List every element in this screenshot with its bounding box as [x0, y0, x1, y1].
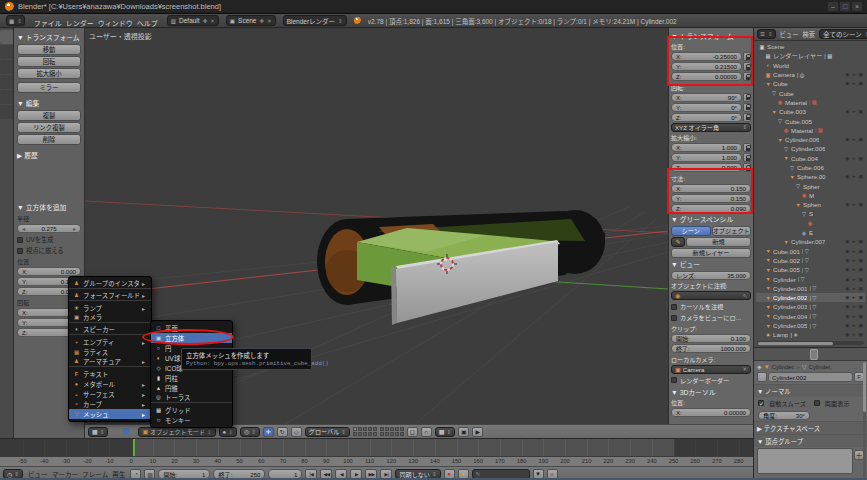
add-scene-icon[interactable]: ✚ [259, 18, 264, 24]
outliner-row[interactable]: ◉ [756, 219, 865, 228]
layer-toggle[interactable] [358, 432, 362, 436]
lock-icon[interactable] [743, 113, 751, 122]
snap-element-dropdown[interactable]: ▦⇕ [435, 427, 455, 437]
layers-grid-1[interactable] [353, 427, 377, 436]
cursor-x-field[interactable]: X:0.00000 [671, 408, 751, 417]
layer-toggle[interactable] [395, 432, 399, 436]
outliner-row[interactable]: ▼ Cylinder.005 | ▽ [756, 321, 865, 330]
properties-tab-icon[interactable] [828, 349, 836, 360]
shading-dropdown[interactable]: ●⇕ [219, 427, 237, 437]
add-menu-item[interactable]: ♟ フォースフィールド [69, 291, 151, 301]
outliner-row[interactable]: ◉ Material | ▦ [756, 126, 865, 135]
gp-new-layer-button[interactable]: 新規レイヤー [671, 248, 751, 258]
panel-header-add-cube[interactable]: ▼ 立方体を追加 [17, 202, 81, 212]
screen-layout-selector[interactable]: ▥ Default ✚ ✕ [167, 15, 219, 26]
snap-magnet-icon[interactable]: ∩ [421, 427, 432, 437]
outliner-row[interactable]: ▼ Cube.002 | ▽ [756, 256, 865, 265]
outliner-row[interactable]: ▣ Scene [756, 42, 865, 51]
close-layout-icon[interactable]: ✕ [210, 18, 215, 24]
outliner-row[interactable]: ▼ Cube [756, 79, 865, 88]
panel-header-transform[interactable]: ▼ トランスフォーム [17, 32, 81, 42]
manipulator-rotate-button[interactable]: ↻ [277, 427, 288, 437]
close-button[interactable]: × [852, 2, 862, 11]
camera-to-view-checkbox[interactable] [671, 315, 677, 321]
vertex-group-list[interactable] [757, 448, 853, 474]
outliner-restrict-icons[interactable] [845, 277, 865, 282]
mesh-menu-item[interactable]: ▦ グリッド [151, 405, 232, 415]
timeline-tracks[interactable] [0, 439, 753, 456]
rotation-y-field[interactable]: Y:0° [671, 103, 742, 112]
outliner-row[interactable]: ▼ Cylinder.003 | ▽ [756, 302, 865, 311]
timeline-ruler[interactable]: -50-40-30-20-100102030405060708090100110… [0, 456, 753, 466]
lens-field[interactable]: レンズ:35.000 [671, 271, 751, 280]
pencil-icon[interactable]: ✎ [671, 237, 685, 247]
layer-toggle[interactable] [353, 427, 357, 431]
outliner-restrict-icons[interactable] [845, 72, 865, 77]
scene-selector[interactable]: ▣ Scene ✚ ✕ [226, 15, 276, 26]
datablock-name-field[interactable]: Cylinder.002 [768, 372, 853, 382]
properties-tab-icon[interactable] [810, 349, 818, 360]
info-menu-item[interactable]: ウィンドウ [96, 20, 135, 27]
properties-tab-icon[interactable] [783, 349, 791, 360]
transform-button[interactable]: 拡大縮小 [17, 68, 81, 79]
outliner-view-menu[interactable]: ビュー [780, 30, 799, 39]
toolshelf-tab[interactable] [0, 60, 13, 74]
scale-x-field[interactable]: X:1.000 [671, 143, 742, 152]
outliner-row[interactable]: ▤ レンダーレイヤー | ▤ [756, 51, 865, 60]
manipulator-translate-button[interactable]: ✛ [263, 427, 274, 437]
gp-object-button[interactable]: オブジェクト [712, 226, 752, 236]
outliner-row[interactable]: ▼ Cylinder.007 [756, 237, 865, 246]
layer-toggle[interactable] [358, 427, 362, 431]
scrollbar-thumb[interactable] [758, 342, 833, 345]
toolshelf-tab[interactable] [0, 45, 13, 59]
rotation-x-field[interactable]: X:90° [671, 93, 742, 102]
maximize-button[interactable]: □ [840, 2, 850, 11]
panel-header-3d-cursor[interactable]: ▼ 3Dカーソル [671, 387, 751, 397]
edit-button[interactable]: リンク複製 [17, 122, 81, 133]
info-menu-item[interactable]: ヘルプ [135, 20, 160, 27]
info-menu-item[interactable]: ファイル [32, 20, 64, 27]
add-menu-item[interactable]: ● メタボール [69, 379, 151, 389]
add-menu-item[interactable]: ♟ アーマチュア [69, 357, 151, 367]
outliner-hscrollbar[interactable] [757, 341, 864, 345]
panel-header-texture-space[interactable]: ▶ テクスチャスペース [754, 421, 867, 434]
pin-icon[interactable]: ◈ [757, 363, 762, 370]
align-checkbox-row[interactable]: 視点に揃える [17, 246, 81, 255]
panel-header-view[interactable]: ▼ ビュー [671, 259, 751, 269]
gp-scene-button[interactable]: シーン [671, 226, 711, 236]
outliner-search-menu[interactable]: 検索 [802, 30, 815, 39]
layer-toggle[interactable] [363, 432, 367, 436]
lock-icon[interactable] [743, 143, 751, 152]
outliner-row[interactable]: ▽ Cube [756, 88, 865, 97]
outliner-display-dropdown[interactable]: 全てのシーン⇕ [819, 29, 867, 39]
transform-button[interactable]: 回転 [17, 56, 81, 67]
local-camera-field[interactable]: ▣Camera✕ [671, 365, 751, 374]
layer-toggle[interactable] [353, 432, 357, 436]
outliner-restrict-icons[interactable] [845, 137, 865, 142]
scale-y-field[interactable]: Y:1.000 [671, 153, 742, 162]
outliner-editor-type-button[interactable]: ☰⇕ [757, 29, 776, 39]
timeline-menu-item[interactable]: ビュー [26, 471, 50, 478]
outliner-row[interactable]: ▼ Cube.001 | ▽ [756, 247, 865, 256]
outliner-row[interactable]: ▼ Cylinder.006 [756, 135, 865, 144]
edit-button[interactable]: 削除 [17, 134, 81, 145]
manipulator-scale-button[interactable]: ◇ [291, 427, 302, 437]
add-menu-item[interactable]: ♟ グループのインスタンス [69, 279, 151, 289]
lock-to-scene-icon[interactable]: ◻ [407, 427, 418, 437]
clear-icon[interactable]: ✕ [742, 366, 747, 372]
auto-smooth-checkbox[interactable] [758, 400, 764, 406]
mesh-menu-item[interactable]: ◎ トーラス [151, 393, 232, 403]
outliner-row[interactable]: ▼ Cube.004 [756, 154, 865, 163]
outliner-restrict-icons[interactable] [845, 304, 865, 309]
info-editor-type-button[interactable]: ▦⇕ [6, 15, 25, 26]
breadcrumb-object[interactable]: Cylinder. [772, 364, 795, 370]
location-x-field[interactable]: X:0.000 [17, 267, 81, 276]
outliner-row[interactable]: ▼ Sphen [756, 200, 865, 209]
layer-toggle[interactable] [373, 432, 377, 436]
breadcrumb-data[interactable]: Cylinder. [809, 364, 832, 370]
lock-cursor-checkbox[interactable] [671, 304, 677, 310]
render-border-checkbox[interactable] [671, 377, 677, 383]
outliner-restrict-icons[interactable] [845, 258, 865, 263]
mesh-menu-item[interactable]: ▮ 円柱 [151, 373, 232, 383]
lock-icon[interactable] [743, 93, 751, 102]
